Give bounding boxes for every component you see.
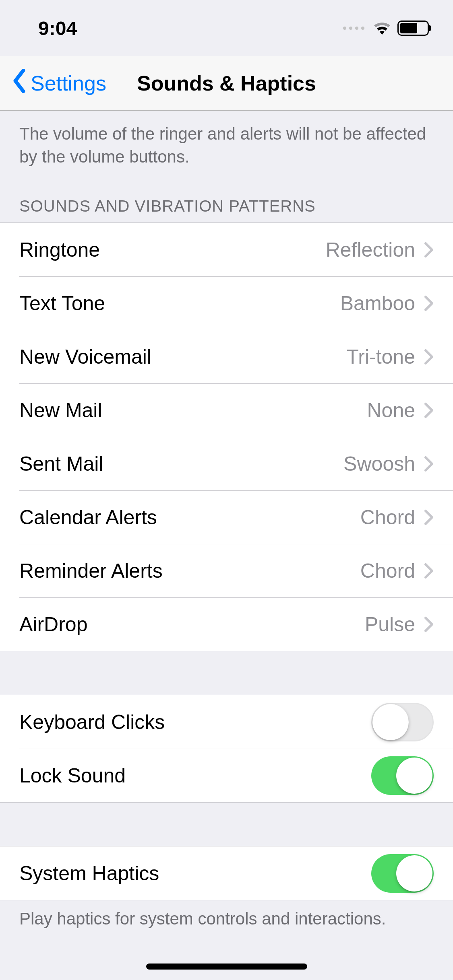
row-system-haptics: System Haptics	[0, 846, 453, 900]
back-button[interactable]: Settings	[12, 69, 106, 98]
row-value: Chord	[360, 559, 415, 583]
row-airdrop[interactable]: AirDrop Pulse	[0, 597, 453, 651]
row-keyboard-clicks: Keyboard Clicks	[0, 695, 453, 749]
sounds-list: Ringtone Reflection Text Tone Bamboo New…	[0, 222, 453, 651]
row-label: Ringtone	[19, 238, 326, 261]
section-header-sounds: SOUNDS AND VIBRATION PATTERNS	[0, 177, 453, 222]
row-value: Bamboo	[340, 292, 415, 315]
toggle-system-haptics[interactable]	[371, 854, 434, 893]
status-right	[343, 21, 429, 36]
row-value: Pulse	[365, 613, 415, 636]
nav-bar: Settings Sounds & Haptics	[0, 56, 453, 111]
row-calendar-alerts[interactable]: Calendar Alerts Chord	[0, 490, 453, 544]
toggle-list-keyboard-lock: Keyboard Clicks Lock Sound	[0, 695, 453, 803]
row-value: None	[367, 399, 415, 422]
battery-icon	[397, 21, 429, 36]
wifi-icon	[372, 21, 392, 35]
cellular-signal-icon	[343, 27, 364, 30]
row-label: Calendar Alerts	[19, 506, 360, 529]
row-value: Reflection	[326, 238, 415, 261]
row-label: Sent Mail	[19, 452, 343, 476]
status-time: 9:04	[38, 17, 77, 39]
row-label: Reminder Alerts	[19, 559, 360, 583]
row-new-voicemail[interactable]: New Voicemail Tri-tone	[0, 330, 453, 383]
row-label: Lock Sound	[19, 764, 371, 787]
home-indicator	[146, 964, 307, 970]
row-label: AirDrop	[19, 613, 365, 636]
chevron-right-icon	[424, 349, 434, 365]
row-label: New Voicemail	[19, 345, 347, 369]
toggle-keyboard-clicks[interactable]	[371, 703, 434, 741]
row-label: Text Tone	[19, 292, 340, 315]
row-value: Swoosh	[343, 452, 415, 476]
chevron-right-icon	[424, 402, 434, 418]
status-bar: 9:04	[0, 0, 453, 56]
haptics-footer: Play haptics for system controls and int…	[0, 900, 453, 949]
row-reminder-alerts[interactable]: Reminder Alerts Chord	[0, 544, 453, 597]
back-label: Settings	[31, 71, 106, 95]
toggle-list-haptics: System Haptics	[0, 846, 453, 900]
page-title: Sounds & Haptics	[137, 71, 316, 95]
chevron-right-icon	[424, 295, 434, 311]
row-value: Chord	[360, 506, 415, 529]
chevron-right-icon	[424, 563, 434, 579]
row-lock-sound: Lock Sound	[0, 749, 453, 802]
chevron-right-icon	[424, 616, 434, 632]
chevron-right-icon	[424, 242, 434, 258]
row-label: Keyboard Clicks	[19, 710, 371, 734]
group-gap	[0, 651, 453, 695]
group-gap	[0, 803, 453, 846]
chevron-right-icon	[424, 509, 434, 525]
row-text-tone[interactable]: Text Tone Bamboo	[0, 276, 453, 330]
row-ringtone[interactable]: Ringtone Reflection	[0, 223, 453, 276]
row-new-mail[interactable]: New Mail None	[0, 383, 453, 437]
row-label: System Haptics	[19, 862, 371, 885]
chevron-right-icon	[424, 456, 434, 472]
volume-note: The volume of the ringer and alerts will…	[0, 111, 453, 177]
toggle-lock-sound[interactable]	[371, 756, 434, 795]
row-sent-mail[interactable]: Sent Mail Swoosh	[0, 437, 453, 490]
row-label: New Mail	[19, 399, 367, 422]
row-value: Tri-tone	[347, 345, 415, 369]
chevron-left-icon	[12, 69, 27, 98]
